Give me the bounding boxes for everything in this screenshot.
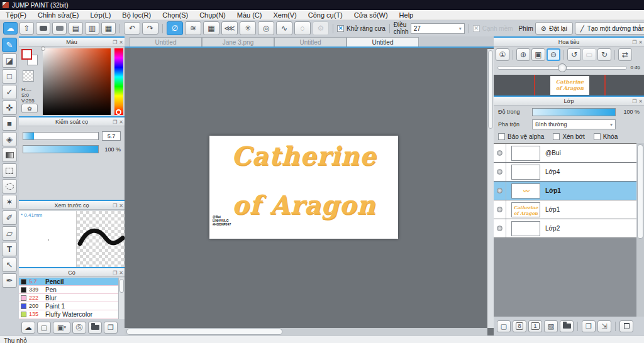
chat-button[interactable] [52,22,67,35]
snap-radial-button[interactable]: ✳ [240,21,256,35]
export-button[interactable]: ⇧ [19,22,34,35]
snap-ellipse-button[interactable]: ◌ [294,21,311,35]
close-icon[interactable]: ✕ [119,119,123,125]
rotation-slider[interactable] [497,66,627,70]
snap-vanishing-button[interactable]: ⋘ [221,21,238,35]
menu-select[interactable]: Chọn(S) [157,11,194,19]
popout-icon[interactable]: ❐ [113,203,117,209]
visibility-cell[interactable] [494,163,506,181]
canvas-viewport[interactable]: Catherine of Aragon @Bui LINHVULG #HODNP… [125,49,487,328]
menu-tools[interactable]: Công cụ(T) [303,11,348,19]
close-icon[interactable]: ✕ [119,203,123,209]
redo-button[interactable]: ↷ [142,22,158,35]
navigator-preview[interactable]: Catherine of Aragon [494,75,644,95]
brush-tool[interactable]: ✎ [2,38,17,52]
foreground-color-swatch[interactable] [21,49,32,60]
brush-list-scrollbar[interactable] [118,278,125,319]
layer-row-lop1[interactable]: Catherineof Aragon Lớp1 [494,200,636,219]
layer-list-scrollbar[interactable] [636,143,644,317]
snap-cross-button[interactable]: ▦ [203,21,219,35]
menu-filter[interactable]: Bộ lọc(R) [116,11,157,19]
menu-file[interactable]: Tệp(F) [0,11,32,19]
menu-view[interactable]: Xem(V) [267,11,302,19]
hue-strip[interactable] [114,48,123,115]
clipping-checkbox[interactable]: Xén bớt [553,133,584,140]
brush-item-pen[interactable]: 339 Pen [19,286,118,294]
snap-settings-button[interactable]: ⚙ [313,21,329,35]
menu-window[interactable]: Cửa sổ(W) [348,11,394,19]
visibility-cell[interactable] [494,182,506,200]
layer-opacity-slider[interactable] [532,108,616,116]
add-brush-button[interactable]: ▢ [37,322,51,334]
menu-color[interactable]: Màu (C) [231,11,268,19]
straight-line-button[interactable]: ╱ Tạo một đường thẳng [575,22,644,35]
drawing-canvas[interactable]: Catherine of Aragon @Bui LINHVULG #HODNP… [209,136,398,239]
rotate-reset-button[interactable]: ▭ [582,48,596,61]
scrollbar-thumb[interactable] [119,279,124,293]
gradient-tool[interactable] [2,148,17,162]
transparent-color-swatch[interactable] [23,70,34,82]
add-layer-button[interactable]: ▢ [497,320,511,332]
menu-edit[interactable]: Chỉnh sửa(E) [32,11,84,19]
zoom-in-button[interactable]: ⊕ [516,48,530,61]
popout-icon[interactable]: ❐ [632,99,636,104]
layer-folder-button[interactable] [560,320,574,332]
soft-edge-checkbox[interactable]: ✕ Cạnh mềm [473,25,513,32]
stylus-tool[interactable]: ✒ [2,273,17,288]
snap-curve-button[interactable]: ∿ [276,21,292,35]
lasso-tool[interactable] [2,179,17,193]
visibility-cell[interactable] [494,219,506,237]
transform-tool[interactable]: ▱ [2,226,17,241]
slider-thumb[interactable] [558,63,567,72]
document-button[interactable]: ▤ [69,22,83,35]
brush-item-fluffy-watercolor[interactable]: 135 Fluffy Watercolor [19,310,118,318]
zoom-out-button[interactable]: ⊖ [547,48,560,61]
rotate-right-button[interactable]: ↻ [597,48,611,61]
snap-concentric-button[interactable]: ◎ [258,21,274,35]
object-select-tool[interactable]: ↖ [2,258,17,272]
close-icon[interactable]: ✕ [119,40,123,45]
select-rect-tool[interactable]: ■ [2,116,17,131]
rotate-left-button[interactable]: ↺ [567,48,581,61]
save-brush-button[interactable]: ▣▾ [53,322,70,334]
add-8bit-layer-button[interactable]: 8 [513,320,526,332]
flip-horizontal-button[interactable]: ⇄ [618,48,632,61]
materials-button[interactable]: ▦ [101,22,116,35]
bucket-tool[interactable]: ◈ [2,132,17,146]
delete-layer-button[interactable] [619,320,633,332]
brush-opacity-slider[interactable] [23,145,99,153]
duplicate-layer-button[interactable]: ❐ [582,320,596,332]
saturation-value-picker[interactable] [43,48,111,115]
palette-button[interactable]: ✿ [21,104,38,113]
brush-folder-button[interactable] [88,322,102,334]
polyline-tool[interactable]: ✓ [2,85,17,99]
close-icon[interactable]: ✕ [119,270,123,276]
move-tool[interactable]: ✜ [2,101,17,115]
text-tool[interactable]: T [2,242,17,256]
merge-layer-button[interactable]: ⇲ [597,320,611,332]
adjust-combobox[interactable]: 27 ▾ [411,23,465,34]
layer-row-lop1-selected[interactable]: 〰 Lớp1 [494,182,636,200]
popout-icon[interactable]: ❐ [113,270,117,276]
cloud-sync-button[interactable]: ☁ [3,22,18,35]
eraser-tool[interactable]: ◪ [2,53,17,68]
scrollbar-thumb[interactable] [637,144,643,239]
lock-checkbox[interactable]: Khóa [594,133,618,140]
script-brush-button[interactable]: Ⓢ [72,322,86,334]
comment-button[interactable] [36,22,50,35]
canvas-horizontal-scrollbar[interactable] [125,328,487,335]
tab-jane3[interactable]: Jane 3.png [202,37,274,46]
brush-item-paint1[interactable]: 200 Paint 1 [19,302,118,310]
undo-button[interactable]: ↶ [124,22,140,35]
tab-untitled-active[interactable]: Untitled [347,37,419,46]
layer-row-lop4[interactable]: Lớp4 [494,163,636,182]
reset-button[interactable]: ⊘ Đặt lại [535,22,573,35]
visibility-cell[interactable] [494,144,506,162]
layer-row-bui[interactable]: @Bui [494,144,636,163]
brush-item-pencil[interactable]: 5.7 Pencil [19,278,118,286]
menu-layer[interactable]: Lớp(L) [84,11,116,19]
menu-help[interactable]: Help [394,11,419,19]
brush-size-value[interactable]: 5.7 [102,131,121,141]
add-1bit-layer-button[interactable]: 1 [528,320,542,332]
zoom-100-button[interactable]: ① [496,48,509,61]
